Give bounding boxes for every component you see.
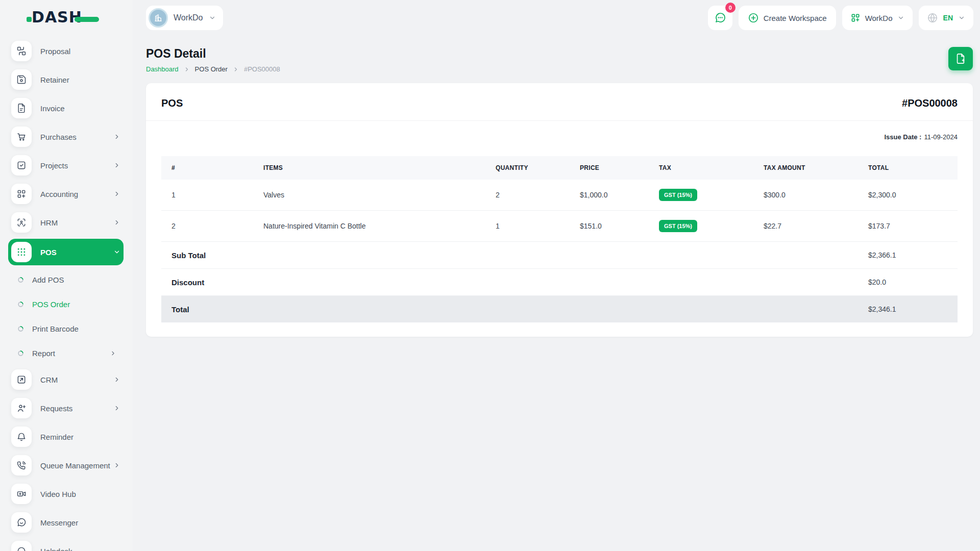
- language-selector[interactable]: EN: [919, 6, 973, 30]
- issue-date-label: Issue Date :: [884, 133, 921, 141]
- create-workspace-button[interactable]: Create Workspace: [739, 6, 836, 30]
- col-header-items: ITEMS: [253, 156, 485, 180]
- sidebar-item-video-hub[interactable]: Video Hub: [8, 480, 124, 508]
- video-camera-icon: [11, 484, 32, 504]
- sidebar-item-label: Projects: [40, 161, 68, 170]
- cell-num: 2: [161, 211, 253, 242]
- sidebar-item-label: Messenger: [40, 518, 78, 527]
- sidebar-item-requests[interactable]: Requests: [8, 394, 124, 422]
- pos-items-table-wrap: # ITEMS QUANTITY PRICE TAX TAX AMOUNT TO…: [146, 141, 973, 337]
- sidebar-subitem-pos-order[interactable]: POS Order: [8, 292, 124, 316]
- chevron-right-icon: [113, 190, 120, 197]
- cell-quantity: 1: [485, 211, 570, 242]
- sidebar-item-messenger[interactable]: Messenger: [8, 508, 124, 537]
- sidebar-item-accounting[interactable]: Accounting: [8, 180, 124, 208]
- app-root: DASH Proposal Retainer Invoice: [0, 0, 980, 551]
- subtotal-label: Sub Total: [161, 242, 858, 269]
- chevron-right-icon: [113, 133, 120, 140]
- messages-badge: 0: [725, 3, 736, 13]
- check-square-icon: [11, 155, 32, 176]
- grid-plus-icon: [11, 184, 32, 204]
- breadcrumb-section: POS Order: [195, 65, 228, 73]
- sidebar-subitem-report[interactable]: Report: [8, 341, 124, 365]
- sidebar-item-pos[interactable]: POS: [8, 239, 124, 265]
- cell-price: $1,000.0: [570, 180, 649, 211]
- user-plus-icon: [11, 398, 32, 418]
- sidebar-subitem-print-barcode[interactable]: Print Barcode: [8, 316, 124, 341]
- sidebar: DASH Proposal Retainer Invoice: [0, 0, 133, 551]
- messages-button[interactable]: 0: [708, 6, 732, 30]
- breadcrumb-dashboard-link[interactable]: Dashboard: [146, 65, 179, 73]
- sidebar-item-invoice[interactable]: Invoice: [8, 94, 124, 122]
- dots-grid-icon: [11, 242, 32, 262]
- col-header-tax: TAX: [649, 156, 753, 180]
- chevron-right-icon: [110, 350, 116, 357]
- sidebar-item-crm[interactable]: CRM: [8, 365, 124, 394]
- swap-boxes-icon: [11, 41, 32, 61]
- col-header-price: PRICE: [570, 156, 649, 180]
- sidebar-item-label: Accounting: [40, 190, 78, 198]
- sidebar-item-label: Requests: [40, 404, 72, 413]
- sidebar-subitem-add-pos[interactable]: Add POS: [8, 267, 124, 292]
- pos-items-table: # ITEMS QUANTITY PRICE TAX TAX AMOUNT TO…: [161, 156, 958, 322]
- chevron-right-icon: [233, 66, 239, 72]
- table-row: 2 Nature-Inspired Vitamin C Bottle 1 $15…: [161, 211, 958, 242]
- progress-circle-icon: [17, 350, 24, 357]
- progress-circle-icon: [17, 301, 24, 308]
- sidebar-item-hrm[interactable]: HRM: [8, 208, 124, 237]
- col-header-num: #: [161, 156, 253, 180]
- issue-date-row: Issue Date : 11-09-2024: [146, 121, 973, 141]
- sidebar-item-helpdesk[interactable]: Helpdesk: [8, 537, 124, 551]
- workspace-switcher[interactable]: WorkDo: [146, 6, 223, 30]
- sidebar-item-label: HRM: [40, 218, 58, 227]
- chevron-down-icon: [113, 248, 120, 256]
- discount-label: Discount: [161, 269, 858, 296]
- cell-tax: GST (15%): [649, 180, 753, 211]
- table-header-row: # ITEMS QUANTITY PRICE TAX TAX AMOUNT TO…: [161, 156, 958, 180]
- sidebar-subitem-label: Report: [32, 349, 55, 358]
- pos-card-header: POS #POS00008: [146, 83, 973, 121]
- sidebar-item-label: Retainer: [40, 76, 69, 84]
- workdo-menu-button[interactable]: WorkDo: [842, 6, 913, 30]
- chevron-right-icon: [184, 66, 190, 72]
- subtotal-value: $2,366.1: [858, 242, 958, 269]
- scan-user-icon: [11, 212, 32, 233]
- sidebar-item-label: POS: [40, 248, 57, 257]
- bell-icon: [11, 427, 32, 447]
- pos-submenu: Add POS POS Order Print Barcode Report: [0, 267, 133, 365]
- table-row: 1 Valves 2 $1,000.0 GST (15%) $300.0 $2,…: [161, 180, 958, 211]
- tax-badge: GST (15%): [659, 189, 697, 201]
- message-dots-icon: [714, 12, 726, 24]
- dash-logo[interactable]: DASH: [0, 0, 133, 33]
- chevron-down-icon: [958, 14, 965, 21]
- sidebar-item-retainer[interactable]: Retainer: [8, 65, 124, 94]
- chevron-right-icon: [113, 376, 120, 383]
- issue-date-value: 11-09-2024: [924, 133, 958, 141]
- col-header-quantity: QUANTITY: [485, 156, 570, 180]
- progress-circle-icon: [17, 325, 24, 332]
- cell-tax-amount: $22.7: [753, 211, 858, 242]
- chat-bubble-icon: [11, 512, 32, 533]
- sidebar-subitem-label: Add POS: [32, 276, 64, 284]
- chevron-right-icon: [113, 219, 120, 226]
- chevron-right-icon: [113, 462, 120, 469]
- cell-total: $2,300.0: [858, 180, 958, 211]
- plus-circle-icon: [748, 12, 759, 23]
- sidebar-item-label: Proposal: [40, 47, 70, 56]
- cell-price: $151.0: [570, 211, 649, 242]
- export-pos-button[interactable]: [948, 47, 973, 70]
- sidebar-subitem-label: POS Order: [32, 300, 70, 309]
- sidebar-item-reminder[interactable]: Reminder: [8, 422, 124, 451]
- pos-number: #POS00008: [902, 97, 958, 109]
- sidebar-item-label: Purchases: [40, 133, 77, 141]
- save-icon: [11, 69, 32, 90]
- sidebar-item-purchases[interactable]: Purchases: [8, 122, 124, 151]
- sidebar-item-queue-management[interactable]: Queue Management: [8, 451, 124, 480]
- col-header-total: TOTAL: [858, 156, 958, 180]
- sidebar-item-proposal[interactable]: Proposal: [8, 37, 124, 65]
- topbar: WorkDo 0 Create Workspace WorkDo: [133, 0, 980, 36]
- workspace-avatar: [149, 8, 168, 28]
- breadcrumb-current: #POS00008: [244, 65, 280, 73]
- sidebar-item-projects[interactable]: Projects: [8, 151, 124, 180]
- cell-item: Nature-Inspired Vitamin C Bottle: [253, 211, 485, 242]
